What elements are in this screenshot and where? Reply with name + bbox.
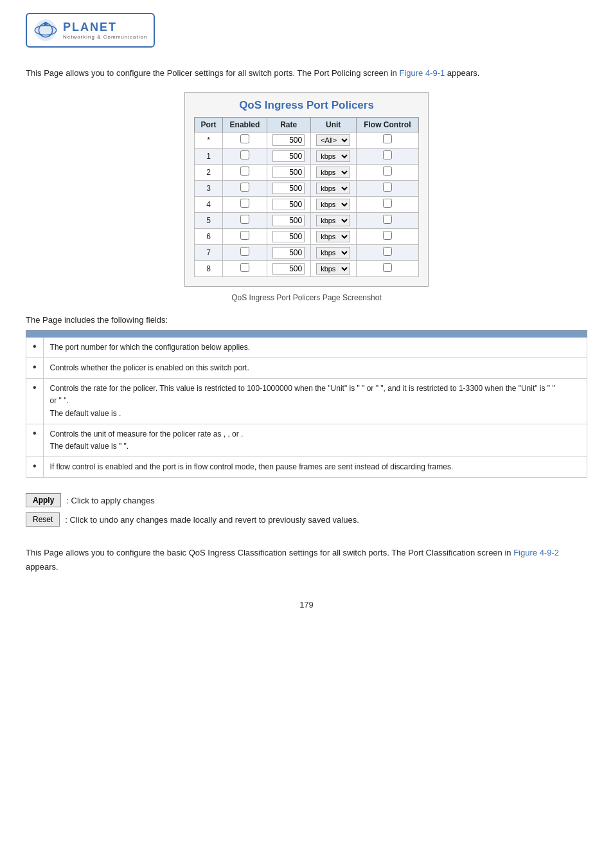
intro-paragraph: This Page allows you to configure the Po… (26, 67, 587, 80)
rate-input[interactable] (272, 134, 305, 146)
flow-control-cell[interactable] (356, 212, 418, 228)
flow-control-cell[interactable] (356, 132, 418, 148)
logo-text: PLANET Networking & Communication (63, 21, 147, 40)
enabled-cell[interactable] (223, 196, 267, 212)
unit-select[interactable]: kbpsmbpsfpskfps (316, 150, 350, 162)
enabled-cell[interactable] (223, 244, 267, 260)
unit-select[interactable]: kbpsmbpsfpskfps (316, 215, 350, 226)
unit-cell[interactable]: kbpsmbpsfpskfps (310, 164, 356, 180)
unit-select[interactable]: kbpsmbpsfpskfps (316, 263, 350, 275)
rate-input[interactable] (272, 150, 305, 162)
table-row: * (195, 132, 223, 148)
figure-4-9-1-link[interactable]: Figure 4-9-1 (399, 68, 445, 78)
flow-control-checkbox[interactable] (383, 199, 392, 208)
table-row: 7 (195, 244, 223, 260)
unit-cell[interactable]: kbpsmbpsfpskfps (310, 180, 356, 196)
logo-sub-label: Networking & Communication (63, 34, 147, 40)
rate-cell[interactable] (267, 132, 310, 148)
field-bullet: • (26, 357, 44, 378)
enabled-checkbox[interactable] (240, 263, 249, 272)
unit-select[interactable]: kbpsmbpsfpskfps (316, 231, 350, 242)
table-row: 2 (195, 164, 223, 180)
flow-control-cell[interactable] (356, 228, 418, 244)
unit-cell[interactable]: kbpsmbpsfpskfps (310, 228, 356, 244)
rate-cell[interactable] (267, 244, 310, 260)
flow-control-checkbox[interactable] (383, 263, 392, 272)
fields-table: •The port number for which the configura… (26, 330, 587, 478)
rate-input[interactable] (272, 231, 305, 242)
unit-cell[interactable]: kbpsmbpsfpskfps (310, 212, 356, 228)
qos-table-wrapper: QoS Ingress Port Policers Port Enabled R… (184, 92, 429, 287)
rate-input[interactable] (272, 183, 305, 194)
field-bullet: • (26, 424, 44, 457)
enabled-cell[interactable] (223, 148, 267, 164)
enabled-checkbox[interactable] (240, 183, 249, 192)
enabled-checkbox[interactable] (240, 167, 249, 176)
reset-button[interactable]: Reset (26, 512, 60, 527)
flow-control-checkbox[interactable] (383, 134, 392, 143)
rate-cell[interactable] (267, 260, 310, 276)
rate-cell[interactable] (267, 164, 310, 180)
enabled-cell[interactable] (223, 212, 267, 228)
flow-control-checkbox[interactable] (383, 183, 392, 192)
field-bullet: • (26, 337, 44, 357)
unit-cell[interactable]: kbpsmbpsfpskfps (310, 196, 356, 212)
field-bullet: • (26, 379, 44, 424)
page-number: 179 (26, 600, 587, 610)
logo-planet-label: PLANET (63, 21, 147, 34)
figure-4-9-2-link[interactable]: Figure 4-9-2 (513, 548, 559, 557)
enabled-checkbox[interactable] (240, 199, 249, 208)
enabled-checkbox[interactable] (240, 134, 249, 143)
bottom-text: This Page allows you to configure the ba… (26, 546, 587, 574)
rate-cell[interactable] (267, 228, 310, 244)
enabled-checkbox[interactable] (240, 231, 249, 240)
rate-input[interactable] (272, 247, 305, 258)
flow-control-cell[interactable] (356, 260, 418, 276)
planet-logo-icon (33, 18, 58, 42)
unit-select[interactable]: kbpsmbpsfpskfps (316, 199, 350, 210)
qos-table-title: QoS Ingress Port Policers (194, 99, 419, 112)
flow-control-checkbox[interactable] (383, 215, 392, 224)
rate-input[interactable] (272, 199, 305, 210)
flow-control-checkbox[interactable] (383, 231, 392, 240)
apply-button[interactable]: Apply (26, 493, 61, 507)
enabled-cell[interactable] (223, 228, 267, 244)
col-flow-control: Flow Control (356, 117, 418, 132)
enabled-checkbox[interactable] (240, 247, 249, 256)
rate-input[interactable] (272, 263, 305, 275)
unit-cell[interactable]: <All>kbpsmbpsfpskfps (310, 132, 356, 148)
rate-cell[interactable] (267, 196, 310, 212)
bottom-text-after: appears. (26, 562, 58, 572)
unit-select[interactable]: <All>kbpsmbpsfpskfps (316, 134, 350, 146)
enabled-checkbox[interactable] (240, 150, 249, 159)
enabled-cell[interactable] (223, 260, 267, 276)
flow-control-checkbox[interactable] (383, 167, 392, 176)
rate-cell[interactable] (267, 180, 310, 196)
enabled-checkbox[interactable] (240, 215, 249, 224)
rate-cell[interactable] (267, 148, 310, 164)
flow-control-cell[interactable] (356, 180, 418, 196)
qos-table: Port Enabled Rate Unit Flow Control *<Al… (194, 117, 419, 277)
unit-cell[interactable]: kbpsmbpsfpskfps (310, 260, 356, 276)
flow-control-cell[interactable] (356, 148, 418, 164)
flow-control-cell[interactable] (356, 196, 418, 212)
fields-header (26, 330, 587, 337)
flow-control-cell[interactable] (356, 164, 418, 180)
flow-control-cell[interactable] (356, 244, 418, 260)
unit-select[interactable]: kbpsmbpsfpskfps (316, 247, 350, 258)
field-desc: The port number for which the configurat… (43, 337, 587, 357)
table-row: 8 (195, 260, 223, 276)
enabled-cell[interactable] (223, 132, 267, 148)
rate-input[interactable] (272, 167, 305, 178)
flow-control-checkbox[interactable] (383, 150, 392, 159)
unit-cell[interactable]: kbpsmbpsfpskfps (310, 244, 356, 260)
flow-control-checkbox[interactable] (383, 247, 392, 256)
enabled-cell[interactable] (223, 180, 267, 196)
unit-cell[interactable]: kbpsmbpsfpskfps (310, 148, 356, 164)
intro-text-before: This Page allows you to configure the Po… (26, 68, 399, 78)
rate-cell[interactable] (267, 212, 310, 228)
unit-select[interactable]: kbpsmbpsfpskfps (316, 167, 350, 178)
rate-input[interactable] (272, 215, 305, 226)
enabled-cell[interactable] (223, 164, 267, 180)
unit-select[interactable]: kbpsmbpsfpskfps (316, 183, 350, 194)
